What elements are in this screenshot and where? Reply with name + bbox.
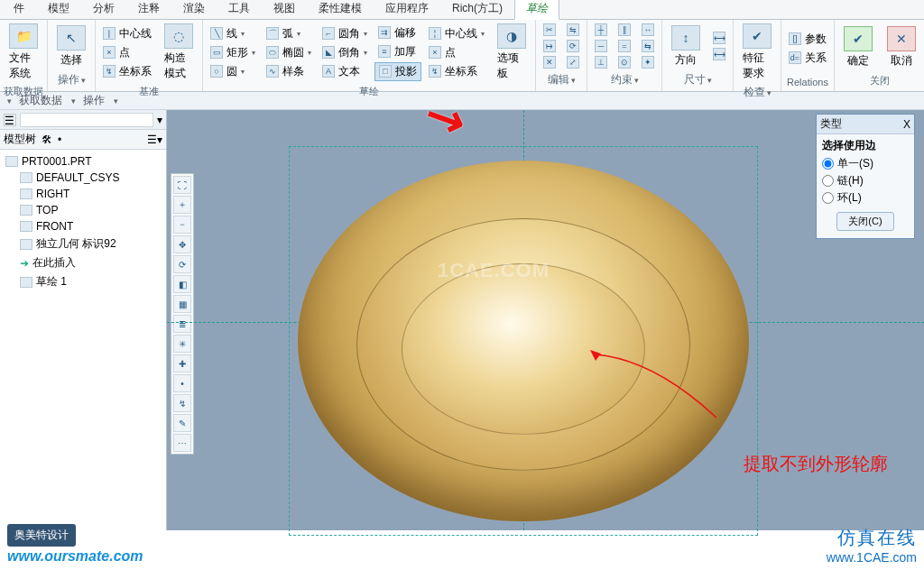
panel-close-btn[interactable]: 关闭(C) <box>836 212 893 231</box>
c5[interactable]: = <box>614 39 634 53</box>
csys-button[interactable]: ↯坐标系 <box>99 63 155 80</box>
tree-root[interactable]: PRT0001.PRT <box>5 153 161 170</box>
zoom-fit-button[interactable]: ⛶ <box>173 176 191 194</box>
c7[interactable]: ↔ <box>638 23 658 37</box>
edit3[interactable]: ✕ <box>540 55 559 69</box>
c4[interactable]: ∥ <box>614 23 634 37</box>
palette-icon: ◑ <box>497 23 526 49</box>
opt-single[interactable]: 单一(S) <box>822 155 909 172</box>
graphics-viewport[interactable]: ⛶ ＋ － ✥ ⟳ ◧ ▦ ≣ ✳ ✚ • ↯ ✎ ⋯ 1CAE.COM 类型X… <box>167 110 924 530</box>
tab-file[interactable]: 件 <box>2 0 36 19</box>
tree-tool1[interactable]: 🛠 <box>42 133 52 146</box>
thicken-button[interactable]: ≡加厚 <box>374 43 421 60</box>
line-button[interactable]: ╲线▾ <box>207 25 259 42</box>
text-icon: A <box>322 65 335 78</box>
annot-button[interactable]: ✎ <box>173 414 191 432</box>
relation-button[interactable]: d=关系 <box>785 50 830 67</box>
edit4[interactable]: ⇋ <box>563 23 583 37</box>
tree-tool2[interactable]: • <box>58 133 61 146</box>
offset-button[interactable]: ⇉偏移 <box>374 24 421 41</box>
tree-insert[interactable]: ➜在此插入 <box>5 253 161 272</box>
featreq-button[interactable]: ✔特征 要求 <box>737 22 777 83</box>
c8[interactable]: ⇆ <box>638 39 658 53</box>
spline-button[interactable]: ∿样条 <box>263 63 315 80</box>
view-style-button[interactable]: ◧ <box>173 275 191 293</box>
fillet-button[interactable]: ⌐圆角▾ <box>319 25 371 42</box>
caret-icon[interactable]: ▾ <box>81 76 86 85</box>
edit1[interactable]: ✂ <box>540 23 559 37</box>
tab-rich[interactable]: Rich(方工) <box>440 0 514 19</box>
sub-caret[interactable]: ▾ <box>7 97 12 106</box>
project-button[interactable]: □投影 <box>374 62 421 81</box>
edit6[interactable]: ⤢ <box>563 55 583 69</box>
tab-model[interactable]: 模型 <box>36 0 81 19</box>
tab-flex[interactable]: 柔性建模 <box>307 0 374 19</box>
rect-button[interactable]: ▭矩形▾ <box>207 44 259 61</box>
palette-button[interactable]: ◑选项 板 <box>492 22 531 83</box>
direction-button[interactable]: ↕方向 <box>666 23 706 69</box>
file-system-button[interactable]: 📁文件 系统 <box>4 22 43 83</box>
tab-annotate[interactable]: 注释 <box>126 0 171 19</box>
radio-loop[interactable] <box>822 192 834 204</box>
search-input[interactable] <box>20 113 153 127</box>
circle-button[interactable]: ○圆▾ <box>207 63 259 80</box>
layers-button[interactable]: ≣ <box>173 315 191 333</box>
c2[interactable]: ─ <box>591 39 611 53</box>
opt-chain[interactable]: 链(H) <box>822 172 909 189</box>
point2-button[interactable]: ×点 <box>425 44 488 61</box>
tree-sketch[interactable]: 草绘 1 <box>5 272 161 291</box>
chamfer-button[interactable]: ◣倒角▾ <box>319 44 371 61</box>
text-button[interactable]: A文本 <box>319 63 371 80</box>
select-button[interactable]: ↖选择 <box>51 23 91 69</box>
misc-button[interactable]: ⋯ <box>173 434 191 452</box>
tab-analyze[interactable]: 分析 <box>81 0 126 19</box>
tab-apps[interactable]: 应用程序 <box>374 0 440 19</box>
d2[interactable]: ⟷ <box>709 47 729 61</box>
arc-button[interactable]: ⌒弧▾ <box>263 25 315 42</box>
group-check: 检查▾ <box>737 83 777 102</box>
ok-button[interactable]: ✔确定 <box>838 24 878 70</box>
params-button[interactable]: []参数 <box>785 31 830 48</box>
c3[interactable]: ⊥ <box>591 55 611 69</box>
tree-right[interactable]: RIGHT <box>5 186 161 202</box>
centerline2-button[interactable]: ¦中心线▾ <box>425 25 488 42</box>
tree-top[interactable]: TOP <box>5 202 161 218</box>
construct-mode-button[interactable]: ◌构造 模式 <box>159 22 199 83</box>
panel-close-button[interactable]: X <box>903 118 910 131</box>
sub-getdata[interactable]: 获取数据 <box>19 93 62 108</box>
tab-view[interactable]: 视图 <box>262 0 307 19</box>
d1[interactable]: ⟷ <box>709 31 729 45</box>
c1[interactable]: ┼ <box>591 23 611 37</box>
tree-filter[interactable]: ☰▾ <box>147 133 162 146</box>
zoom-out-button[interactable]: － <box>173 216 191 234</box>
point-button[interactable]: ×点 <box>99 44 155 61</box>
c9[interactable]: ✦ <box>638 55 658 69</box>
axis-disp-button[interactable]: ✚ <box>173 354 191 372</box>
edit5[interactable]: ⟳ <box>563 39 583 53</box>
tree-csys[interactable]: DEFAULT_CSYS <box>5 170 161 186</box>
check-icon: ✔ <box>844 26 873 51</box>
rotate-button[interactable]: ⟳ <box>173 255 191 273</box>
edit2[interactable]: ↦ <box>540 39 559 53</box>
tab-render[interactable]: 渲染 <box>171 0 217 19</box>
tree-front[interactable]: FRONT <box>5 218 161 234</box>
centerline-button[interactable]: |中心线 <box>99 25 155 42</box>
sub-ops[interactable]: 操作 <box>83 93 105 108</box>
pan-button[interactable]: ✥ <box>173 235 191 253</box>
datum-disp-button[interactable]: ✳ <box>173 335 191 353</box>
tree-geom[interactable]: 独立几何 标识92 <box>5 234 161 253</box>
c6[interactable]: ⊙ <box>614 55 634 69</box>
csys-disp-button[interactable]: ↯ <box>173 394 191 412</box>
search-caret[interactable]: ▾ <box>157 114 162 126</box>
zoom-in-button[interactable]: ＋ <box>173 196 191 214</box>
tab-sketch[interactable]: 草绘 <box>514 0 559 20</box>
pt-disp-button[interactable]: • <box>173 374 191 392</box>
ellipse-button[interactable]: ⬭椭圆▾ <box>263 44 315 61</box>
opt-loop[interactable]: 环(L) <box>822 189 909 207</box>
cancel-button[interactable]: ✕取消 <box>882 24 921 70</box>
radio-chain[interactable] <box>822 175 834 187</box>
saved-view-button[interactable]: ▦ <box>173 295 191 313</box>
tab-tools[interactable]: 工具 <box>217 0 262 19</box>
radio-single[interactable] <box>822 158 834 170</box>
csys2-button[interactable]: ↯坐标系 <box>425 63 488 80</box>
